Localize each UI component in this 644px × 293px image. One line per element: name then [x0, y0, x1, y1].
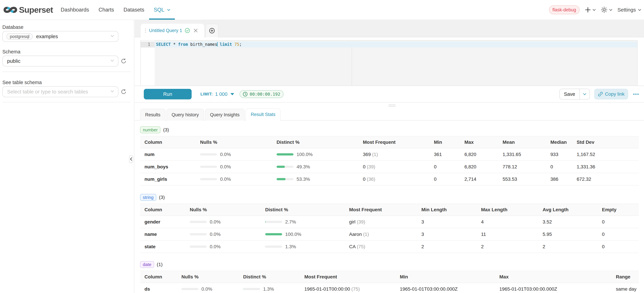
table-row: state 0.0% 1.3% CA (75) 22 20 — [140, 240, 639, 253]
chevron-down-icon — [167, 8, 170, 11]
query-timer-badge: 00:00:00.192 — [240, 90, 284, 98]
sql-editor-pane: Untitled Query 1 — [135, 20, 644, 293]
type-tag-date: date — [140, 261, 154, 268]
chevron-down-icon — [110, 58, 114, 64]
table-header-row: ColumnNulls % Distinct %Most Frequent Mi… — [140, 136, 639, 148]
drag-dots-icon — [145, 28, 146, 33]
database-select[interactable]: postgresql examples — [2, 31, 118, 42]
superset-infinity-icon — [4, 5, 17, 14]
table-select[interactable]: Select table or type to search tables — [2, 86, 118, 97]
sql-lab-app: Superset Dashboards Charts Datasets SQL … — [0, 0, 644, 293]
line-number: 1 — [148, 42, 150, 48]
table-row: num_girls 0.0% 53.3% 0 (36) 02,714 553.5… — [140, 173, 639, 185]
editor-toolbar: Run LIMIT: 1 000 00:00:00.192 Save — [135, 86, 644, 102]
type-tag-string: string — [140, 194, 156, 201]
limit-value: 1 000 — [215, 92, 228, 97]
sql-code-line: SELECT * from birth_names limit 75; — [156, 42, 242, 48]
schema-select-value: public — [7, 58, 20, 64]
chevron-down-icon — [609, 8, 612, 11]
refresh-schemas-button[interactable] — [121, 58, 126, 64]
date-stats-section: date (1) ColumnNulls % Distinct %Most Fr… — [140, 261, 639, 293]
table-header-row: ColumnNulls % Distinct %Most Frequent Mi… — [140, 204, 639, 216]
tab-result-stats[interactable]: Result Stats — [246, 108, 281, 120]
tab-results[interactable]: Results — [140, 109, 166, 120]
table-row: name 0.0% 100.0% Aaron (1) 311 5.950 — [140, 228, 639, 240]
run-button[interactable]: Run — [144, 89, 192, 99]
table-row: gender 0.0% 2.7% girl (39) 34 3.520 — [140, 216, 639, 228]
table-row: num 0.0% 100.0% 369 (1) 3616,820 1,331.6… — [140, 148, 639, 160]
limit-label: LIMIT: — [200, 92, 213, 96]
navbar-right: flask-debug S — [549, 6, 641, 14]
copy-link-button[interactable]: Copy link — [594, 89, 628, 100]
nav-item-sql[interactable]: SQL — [149, 0, 175, 20]
database-label: Database — [2, 24, 132, 30]
query-tabs-strip: Untitled Query 1 — [135, 20, 644, 37]
sql-code-editor[interactable]: SELECT * from birth_names limit 75; 1 — [140, 40, 638, 86]
timer-value: 00:00:00.192 — [250, 92, 280, 97]
query-saved-check-icon — [185, 28, 190, 33]
nav-item-charts[interactable]: Charts — [94, 0, 119, 20]
database-select-value: examples — [36, 34, 58, 39]
tab-query-history[interactable]: Query history — [166, 109, 204, 120]
settings-menu[interactable]: Settings — [618, 7, 641, 13]
new-item-menu[interactable] — [585, 7, 596, 13]
result-stats-content: number (3) ColumnNulls % Distinct %Most … — [140, 120, 639, 293]
divider — [2, 72, 130, 72]
plus-icon — [585, 7, 591, 13]
query-tab-title: Untitled Query 1 — [149, 28, 182, 33]
link-icon — [598, 92, 603, 97]
divider — [2, 102, 130, 102]
table-select-placeholder: Select table or type to search tables — [7, 89, 88, 94]
save-options-caret[interactable] — [580, 89, 590, 99]
database-engine-badge: postgresql — [6, 33, 33, 40]
editor-body: SELECT * from birth_names limit 75; — [155, 40, 637, 86]
theme-menu[interactable] — [601, 6, 612, 13]
collapse-panel-button[interactable] — [129, 155, 133, 163]
new-query-tab-button[interactable] — [206, 24, 218, 37]
environment-badge: flask-debug — [549, 6, 580, 14]
save-button[interactable]: Save — [560, 89, 580, 99]
table-header-row: ColumnNulls % Distinct %Most Frequent Mi… — [140, 271, 639, 283]
results-pane: Results Query history Query Insights Res… — [135, 102, 644, 293]
chevron-down-icon — [110, 89, 114, 94]
save-split-button: Save — [560, 89, 590, 100]
brand-name: Superset — [19, 5, 53, 14]
nav-menu: Dashboards Charts Datasets SQL — [56, 0, 175, 20]
query-tab[interactable]: Untitled Query 1 — [141, 24, 204, 37]
chevron-down-icon — [110, 34, 114, 39]
column-count: (1) — [157, 262, 162, 267]
date-stats-table: ColumnNulls % Distinct %Most Frequent Mi… — [140, 270, 639, 293]
sun-icon — [601, 6, 607, 13]
superset-logo[interactable]: Superset — [4, 5, 53, 14]
nav-item-dashboards[interactable]: Dashboards — [56, 0, 94, 20]
column-count: (3) — [163, 127, 169, 132]
chevron-down-icon — [638, 8, 641, 11]
chevron-down-icon — [592, 8, 596, 11]
results-tabs: Results Query history Query Insights Res… — [135, 108, 644, 120]
sqllab-left-panel: Database postgresql examples Schema publ… — [0, 20, 134, 293]
nav-item-datasets[interactable]: Datasets — [119, 0, 149, 20]
string-stats-section: string (3) ColumnNulls % Distinct %Most … — [140, 194, 639, 253]
tab-query-insights[interactable]: Query Insights — [205, 109, 245, 120]
string-stats-table: ColumnNulls % Distinct %Most Frequent Mi… — [140, 204, 639, 253]
table-row: num_boys 0.0% 49.3% 0 (39) 06,820 778.12… — [140, 160, 639, 173]
number-stats-section: number (3) ColumnNulls % Distinct %Most … — [140, 126, 639, 186]
type-tag-number: number — [140, 126, 160, 133]
more-options-icon[interactable] — [633, 92, 639, 96]
close-tab-icon[interactable] — [194, 28, 198, 32]
number-stats-table: ColumnNulls % Distinct %Most Frequent Mi… — [140, 136, 639, 186]
limit-dropdown[interactable]: LIMIT: 1 000 — [200, 92, 234, 97]
column-count: (3) — [159, 195, 165, 200]
resize-handle[interactable] — [388, 104, 396, 106]
schema-label: Schema — [2, 49, 132, 54]
see-table-schema-label: See table schema — [2, 80, 132, 85]
schema-select[interactable]: public — [2, 56, 118, 66]
editor-gutter: 1 — [141, 40, 155, 86]
navbar: Superset Dashboards Charts Datasets SQL … — [0, 0, 644, 20]
table-row: ds 0.0% 1.3% 1965-01-01T00:00:00 (75) 19… — [140, 283, 639, 293]
refresh-tables-button[interactable] — [121, 89, 126, 94]
editor-print-margin — [352, 48, 352, 86]
caret-down-icon — [230, 93, 234, 95]
clock-icon — [243, 92, 248, 96]
